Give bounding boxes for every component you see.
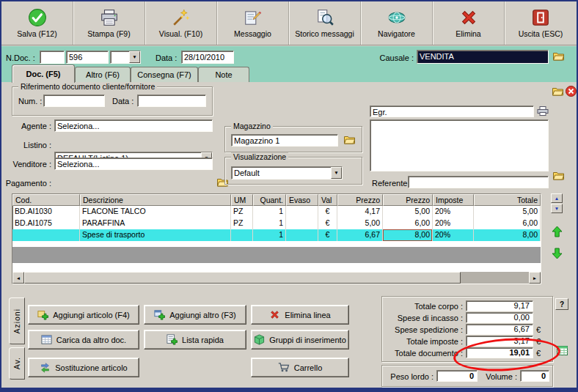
toolbar-button-navigatore[interactable]: Navigatore [361, 1, 433, 45]
cell-descrizione[interactable]: Spese di trasporto [80, 229, 231, 241]
data-field[interactable]: 28/10/2010 [181, 51, 234, 64]
cell-um[interactable]: PZ [231, 218, 253, 229]
cell-imposte[interactable]: 20% [433, 206, 474, 218]
totale-imposte-label: Totale imposte : [384, 337, 463, 346]
row-move-down-icon[interactable] [552, 248, 563, 259]
cell-totale[interactable]: 8,00 [474, 229, 541, 241]
scrollbar-track[interactable] [461, 272, 529, 284]
grid-row[interactable]: BD.AI1075 PARAFFINA PZ 1 € 5,00 6,00 20%… [12, 218, 541, 229]
venditore-field[interactable]: Seleziona... [54, 158, 213, 170]
cell-evaso[interactable] [286, 206, 318, 218]
aggiungi-altro-button[interactable]: Aggiungi altro (F3) [144, 305, 246, 325]
col-header-val[interactable]: Val [318, 194, 337, 206]
cell-descrizione[interactable]: FLACONE TALCO [80, 206, 231, 218]
tab-consegna[interactable]: Consegna (F7) [131, 67, 198, 82]
carrello-button[interactable]: Carrello [251, 358, 349, 377]
toolbar-button-stampa[interactable]: Stampa (F9) [73, 1, 145, 45]
row-move-up-icon[interactable] [552, 226, 563, 237]
magazzino-field[interactable]: Magazzino 1 [231, 134, 338, 147]
cell-cod[interactable] [12, 229, 80, 241]
cell-totale[interactable]: 6,00 [474, 218, 541, 229]
scroll-left-icon[interactable]: ◄ [12, 272, 24, 284]
cell-prezzo2[interactable]: 6,00 [383, 218, 433, 229]
destinatario-clear-icon[interactable] [566, 86, 577, 97]
col-header-cod[interactable]: Cod. [12, 194, 80, 206]
toolbar-button-uscita[interactable]: Uscita (ESC) [505, 1, 577, 45]
cell-evaso[interactable] [286, 218, 318, 229]
cell-prezzo2[interactable]: 5,00 [383, 206, 433, 218]
lista-rapida-button[interactable]: Lista rapida [144, 330, 246, 350]
cell-um[interactable] [231, 229, 253, 241]
col-header-prezzo1[interactable]: Prezzo [337, 194, 383, 206]
chevron-down-icon[interactable]: ▼ [331, 167, 342, 179]
help-button[interactable]: ? [555, 298, 568, 310]
toolbar-button-elimina[interactable]: Elimina [433, 1, 505, 45]
side-tab-azioni[interactable]: Azioni [9, 297, 25, 344]
cell-evaso[interactable] [286, 229, 318, 241]
toolbar-button-salva[interactable]: Salva (F12) [1, 1, 73, 45]
cell-imposte[interactable]: 20% [433, 218, 474, 229]
cell-val[interactable]: € [318, 218, 337, 229]
toolbar-button-visual[interactable]: Visual. (F10) [145, 1, 217, 45]
cell-prezzo1[interactable]: 5,00 [337, 218, 383, 229]
carica-da-altro-doc-button[interactable]: Carica da altro doc. [28, 330, 139, 350]
grid-horizontal-scrollbar[interactable]: ◄ ► [12, 272, 541, 284]
cell-cod[interactable]: BD.AI1030 [12, 206, 80, 218]
cell-val[interactable]: € [318, 206, 337, 218]
ndoc-combobox[interactable]: ▼ [110, 51, 141, 64]
cell-prezzo1[interactable]: 4,17 [337, 206, 383, 218]
cell-descrizione[interactable]: PARAFFINA [80, 218, 231, 229]
toolbar-button-storico-messaggi[interactable]: Storico messaggi [289, 1, 361, 45]
chevron-down-icon[interactable]: ▼ [129, 51, 140, 63]
totals-detail-grid-icon[interactable] [557, 346, 568, 355]
col-header-imposte[interactable]: Imposte [433, 194, 474, 206]
visualizzazione-combobox[interactable]: Default ▼ [231, 166, 343, 180]
ndoc-series-field[interactable] [40, 51, 65, 64]
cell-imposte[interactable]: 20% [433, 229, 474, 241]
grid-row-selected[interactable]: Spese di trasporto 1 € 6,67 8,00 20% 8,0… [12, 229, 541, 241]
side-tab-av[interactable]: Av. [9, 347, 25, 380]
cell-val[interactable]: € [318, 229, 337, 241]
grid-row[interactable]: BD.AI1030 FLACONE TALCO PZ 1 € 4,17 5,00… [12, 206, 541, 218]
cell-quant[interactable]: 1 [253, 218, 286, 229]
grid-scroll-down-button[interactable]: ▼ [551, 204, 563, 213]
col-header-evaso[interactable]: Evaso [286, 194, 318, 206]
elimina-linea-button[interactable]: Elimina linea [251, 305, 349, 325]
scroll-right-icon[interactable]: ► [529, 272, 541, 284]
col-header-totale[interactable]: Totale [474, 194, 541, 206]
riferimento-data-field[interactable] [137, 95, 206, 107]
scrollbar-thumb[interactable] [24, 272, 461, 284]
cell-um[interactable]: PZ [231, 206, 253, 218]
tab-note[interactable]: Note [198, 67, 249, 82]
referente-field[interactable] [408, 176, 549, 188]
cell-prezzo2-focused[interactable]: 8,00 [383, 229, 433, 241]
col-header-quant[interactable]: Quant. [253, 194, 286, 206]
destinatario-intestazione-field[interactable]: Egr. [370, 106, 534, 117]
causale-folder-icon[interactable] [553, 51, 564, 61]
grid-scroll-up-button[interactable]: ▲ [551, 193, 563, 203]
tab-doc[interactable]: Doc. (F5) [12, 64, 75, 83]
cell-quant[interactable]: 1 [253, 206, 286, 218]
destinatario-notes[interactable] [370, 119, 549, 171]
magazzino-folder-icon[interactable] [344, 135, 355, 144]
cell-prezzo1[interactable]: 6,67 [337, 229, 383, 241]
tab-altro[interactable]: Altro (F6) [75, 67, 131, 82]
destinatario-folder-icon[interactable] [552, 86, 563, 96]
aggiungi-articolo-button[interactable]: Aggiungi articolo (F4) [28, 305, 139, 325]
gruppi-di-inserimento-button[interactable]: Gruppi di inserimento [251, 330, 349, 350]
riferimento-num-field[interactable] [43, 95, 105, 107]
col-header-prezzo2[interactable]: Prezzo [383, 194, 433, 206]
col-header-um[interactable]: UM [231, 194, 253, 206]
ndoc-number-field[interactable]: 596 [66, 51, 109, 64]
cell-totale[interactable]: 5,00 [474, 206, 541, 218]
cell-cod[interactable]: BD.AI1075 [12, 218, 80, 229]
toolbar-button-messaggio[interactable]: Messaggio [217, 1, 289, 45]
destinatario-printer-icon[interactable] [537, 106, 549, 117]
col-header-descrizione[interactable]: Descrizione [80, 194, 231, 206]
grid-gray-band [12, 247, 541, 263]
referente-folder-icon[interactable] [553, 171, 564, 180]
agente-field[interactable]: Seleziona... [54, 119, 213, 132]
cell-quant[interactable]: 1 [253, 229, 286, 241]
causale-field[interactable]: VENDITA [417, 50, 549, 64]
sostituzione-articolo-button[interactable]: Sostituzione articolo [28, 358, 139, 377]
